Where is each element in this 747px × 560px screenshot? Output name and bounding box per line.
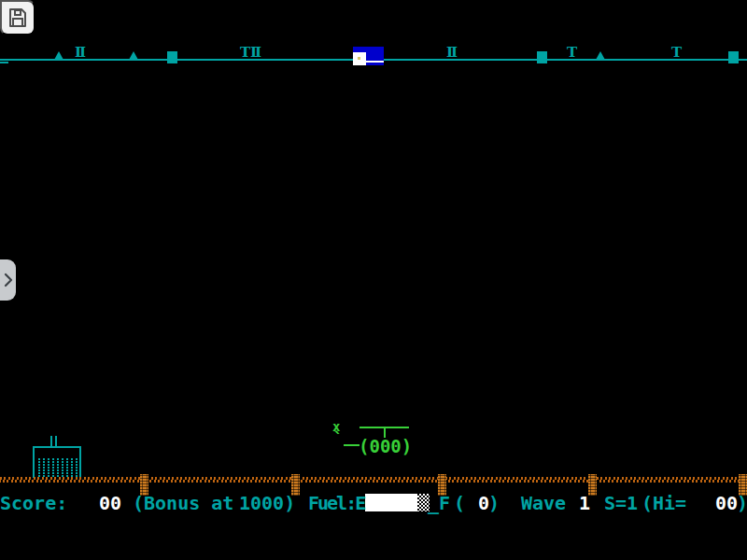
status-sound-label: S=1: [604, 493, 638, 513]
status-ammo-close: ): [488, 493, 500, 513]
status-bonus-label: (Bonus at: [133, 493, 233, 513]
status-score-value: 00: [99, 493, 121, 513]
status-bonus-value: 1000): [239, 493, 295, 513]
status-wave-label: Wave: [521, 493, 566, 513]
status-ammo-open: (: [454, 493, 465, 513]
floppy-disk-icon: [7, 7, 29, 29]
fuel-gauge-bar: [365, 494, 417, 511]
status-score-label: Score:: [0, 493, 67, 513]
status-hi-close: ): [737, 493, 747, 513]
status-fuel-f: _F: [428, 493, 450, 513]
save-state-button[interactable]: [0, 0, 35, 35]
status-hi-value: 00: [715, 493, 738, 513]
drawer-toggle-button[interactable]: [0, 259, 16, 301]
chevron-right-icon: [2, 271, 15, 289]
ground-posts: [0, 0, 747, 560]
game-screen[interactable]: IITIIIITT x ` (000): [0, 0, 747, 560]
status-wave-value: 1: [579, 493, 590, 513]
status-hi-label: (Hi=: [641, 493, 686, 513]
status-fuel-label: Fuel:E: [308, 493, 364, 513]
